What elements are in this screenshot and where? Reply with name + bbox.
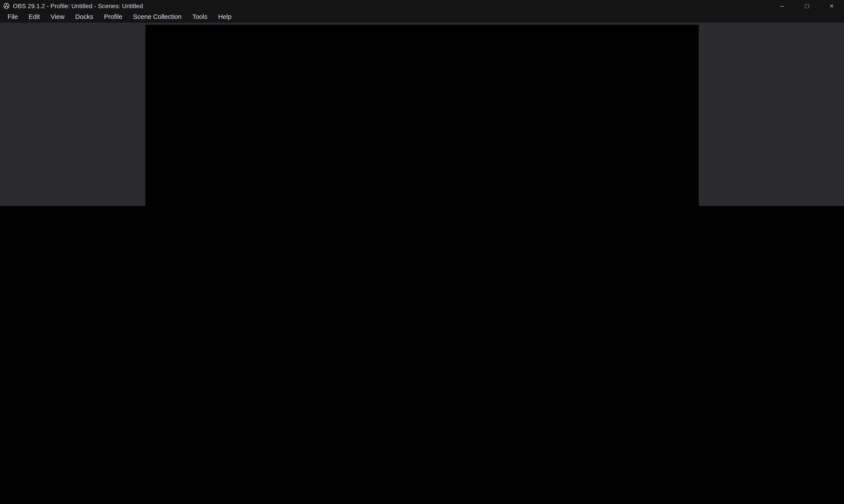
menu-bar: File Edit View Docks Profile Scene Colle… xyxy=(0,11,844,22)
minimize-button[interactable]: – xyxy=(770,0,794,11)
window-controls: – □ × xyxy=(770,0,844,11)
menu-profile[interactable]: Profile xyxy=(98,11,127,22)
menu-scene-collection[interactable]: Scene Collection xyxy=(128,11,187,22)
menu-tools[interactable]: Tools xyxy=(187,11,213,22)
menu-file[interactable]: File xyxy=(2,11,23,22)
obs-logo-icon xyxy=(3,2,10,9)
menu-edit[interactable]: Edit xyxy=(23,11,45,22)
title-bar: OBS 29.1.2 - Profile: Untitled - Scenes:… xyxy=(0,0,844,11)
preview-area xyxy=(0,23,844,206)
window-title: OBS 29.1.2 - Profile: Untitled - Scenes:… xyxy=(13,2,143,9)
close-button[interactable]: × xyxy=(820,0,844,11)
menu-docks[interactable]: Docks xyxy=(70,11,99,22)
preview-canvas[interactable] xyxy=(145,25,699,206)
obs-window: OBS 29.1.2 - Profile: Untitled - Scenes:… xyxy=(0,0,844,206)
menu-help[interactable]: Help xyxy=(213,11,237,22)
menu-view[interactable]: View xyxy=(45,11,70,22)
maximize-button[interactable]: □ xyxy=(794,0,820,11)
